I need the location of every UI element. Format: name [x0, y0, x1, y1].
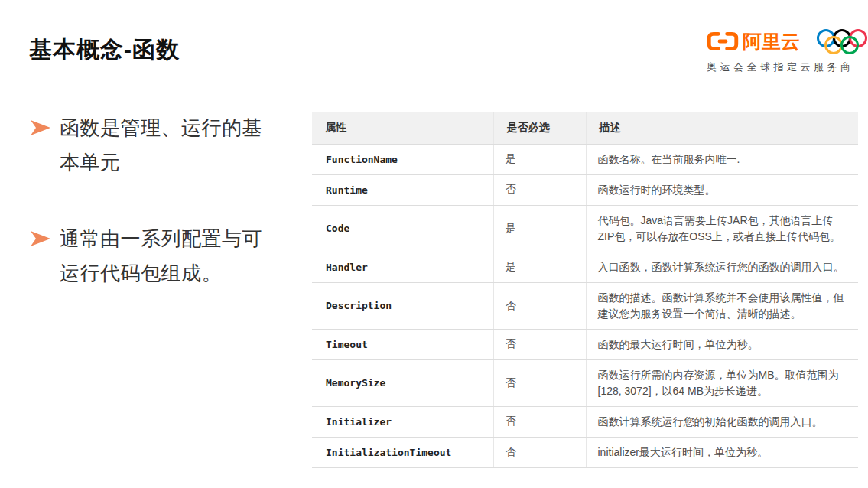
bullet-item: 函数是管理、运行的基本单元: [31, 111, 283, 180]
required-cell: 是: [493, 205, 586, 252]
brand-row: 阿里云: [707, 29, 860, 54]
table-row: Handler 是 入口函数，函数计算系统运行您的函数的调用入口。: [312, 252, 858, 282]
page-title: 基本概念-函数: [29, 38, 180, 61]
arrow-bullet-icon: [31, 120, 50, 135]
required-cell: 是: [493, 144, 586, 174]
brand-name: 阿里云: [743, 32, 800, 51]
required-cell: 否: [493, 437, 586, 467]
property-name-cell: FunctionName: [312, 144, 493, 174]
olympic-ring: [840, 36, 859, 54]
required-cell: 否: [493, 359, 586, 406]
property-name-cell: Timeout: [312, 329, 493, 359]
table-row: Description 否 函数的描述。函数计算系统并不会使用该属性值，但建议您…: [312, 282, 858, 329]
required-cell: 否: [493, 282, 586, 329]
olympic-rings-icon: [817, 29, 867, 54]
brand-tagline: 奥运会全球指定云服务商: [707, 60, 860, 74]
table-row: Code 是 代码包。Java语言需要上传JAR包，其他语言上传ZIP包，可以存…: [312, 205, 858, 252]
table-row: Initializer 否 函数计算系统运行您的初始化函数的调用入口。: [312, 406, 858, 437]
description-cell: initializer最大运行时间，单位为秒。: [586, 437, 858, 467]
table-header-row: 属性 是否必选 描述: [312, 112, 858, 144]
description-cell: 函数名称。在当前服务内唯一.: [586, 144, 858, 174]
description-cell: 函数运行所需的内存资源，单位为MB。取值范围为[128, 3072]，以64 M…: [586, 359, 858, 406]
property-name-cell: Initializer: [312, 406, 493, 437]
description-cell: 函数的描述。函数计算系统并不会使用该属性值，但建议您为服务设置一个简洁、清晰的描…: [586, 282, 858, 329]
bullet-text: 通常由一系列配置与可运行代码包组成。: [60, 222, 272, 291]
required-cell: 是: [493, 252, 586, 282]
description-cell: 函数运行时的环境类型。: [586, 174, 858, 205]
property-name-cell: InitializationTimeout: [312, 437, 493, 467]
required-cell: 否: [493, 406, 586, 437]
description-cell: 函数计算系统运行您的初始化函数的调用入口。: [586, 406, 858, 437]
column-header: 描述: [586, 112, 858, 144]
description-cell: 入口函数，函数计算系统运行您的函数的调用入口。: [586, 252, 858, 282]
column-header: 是否必选: [493, 112, 586, 144]
table-body: FunctionName 是 函数名称。在当前服务内唯一. Runtime 否 …: [312, 144, 858, 467]
required-cell: 否: [493, 329, 586, 359]
brand-header: 阿里云 奥运会全球指定云服务商: [707, 29, 860, 74]
arrow-bullet-icon: [31, 231, 50, 246]
column-header: 属性: [312, 112, 493, 144]
table-row: MemorySize 否 函数运行所需的内存资源，单位为MB。取值范围为[128…: [312, 359, 858, 406]
property-name-cell: MemorySize: [312, 359, 493, 406]
table-row: Timeout 否 函数的最大运行时间，单位为秒。: [312, 329, 858, 359]
property-name-cell: Runtime: [312, 174, 493, 205]
description-cell: 函数的最大运行时间，单位为秒。: [586, 329, 858, 359]
description-cell: 代码包。Java语言需要上传JAR包，其他语言上传ZIP包，可以存放在OSS上，…: [586, 205, 858, 252]
bullet-text: 函数是管理、运行的基本单元: [60, 111, 272, 180]
bullet-list: 函数是管理、运行的基本单元 通常由一系列配置与可运行代码包组成。: [31, 111, 283, 333]
table-row: FunctionName 是 函数名称。在当前服务内唯一.: [312, 144, 858, 174]
bullet-item: 通常由一系列配置与可运行代码包组成。: [31, 222, 283, 291]
table-row: Runtime 否 函数运行时的环境类型。: [312, 174, 858, 205]
alibaba-cloud-logo-icon: [707, 31, 739, 52]
properties-table: 属性 是否必选 描述 FunctionName 是 函数名称。在当前服务内唯一.…: [312, 112, 858, 468]
table-row: InitializationTimeout 否 initializer最大运行时…: [312, 437, 858, 467]
property-name-cell: Handler: [312, 252, 493, 282]
property-name-cell: Description: [312, 282, 493, 329]
required-cell: 否: [493, 174, 586, 205]
property-name-cell: Code: [312, 205, 493, 252]
